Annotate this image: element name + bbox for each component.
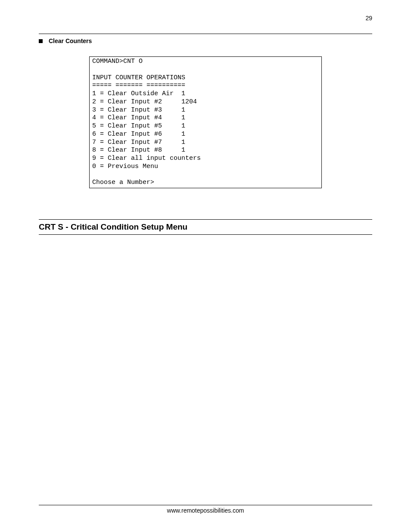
- terminal-output: COMMAND>CNT O INPUT COUNTER OPERATIONS =…: [89, 56, 322, 188]
- page-number: 29: [365, 15, 372, 22]
- terminal-row: 5 = Clear Input #5 1: [92, 122, 185, 130]
- top-divider: [39, 34, 372, 34]
- terminal-header: INPUT COUNTER OPERATIONS: [92, 74, 185, 81]
- footer-divider: [39, 505, 372, 505]
- bullet-clear-counters: Clear Counters: [39, 37, 372, 44]
- section-title: CRT S - Critical Condition Setup Menu: [39, 220, 372, 234]
- terminal-row: 7 = Clear Input #7 1: [92, 139, 185, 146]
- terminal-row: 9 = Clear all input counters: [92, 155, 201, 162]
- terminal-row: 2 = Clear Input #2 1204: [92, 98, 197, 106]
- terminal-row: 4 = Clear Input #4 1: [92, 114, 185, 121]
- bullet-label: Clear Counters: [49, 37, 92, 44]
- terminal-row: 1 = Clear Outside Air 1: [92, 90, 185, 97]
- terminal-prompt: Choose a Number>: [92, 179, 154, 186]
- square-bullet-icon: [39, 39, 43, 43]
- section-divider-bottom: [39, 234, 372, 235]
- terminal-underline: ===== ======= ==========: [92, 82, 185, 89]
- terminal-row: 0 = Previous Menu: [92, 163, 158, 170]
- terminal-row: 8 = Clear Input #8 1: [92, 146, 185, 154]
- terminal-row: 3 = Clear Input #3 1: [92, 106, 185, 114]
- terminal-row: 6 = Clear Input #6 1: [92, 131, 185, 138]
- page-footer: www.remotepossibilities.com: [39, 505, 372, 514]
- footer-text: www.remotepossibilities.com: [39, 507, 372, 514]
- command-line: COMMAND>CNT O: [92, 58, 143, 65]
